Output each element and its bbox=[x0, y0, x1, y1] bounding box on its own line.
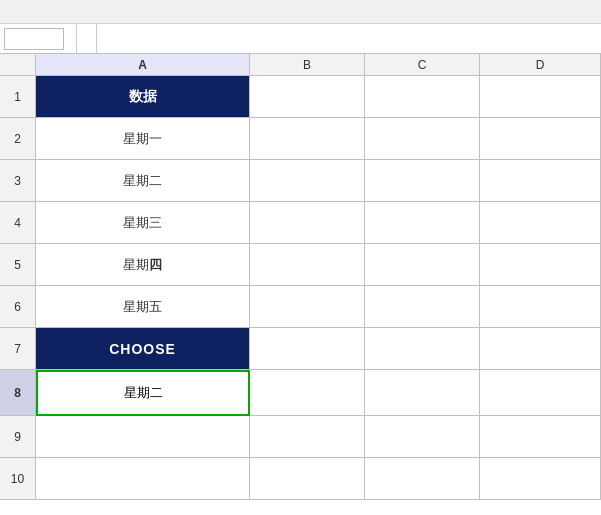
formula-bar-icons bbox=[76, 24, 97, 53]
table-row: 4星期三 bbox=[0, 202, 601, 244]
row-header-7: 7 bbox=[0, 328, 36, 370]
row-header-10: 10 bbox=[0, 458, 36, 500]
cell-r5-c1[interactable]: 星期四 bbox=[36, 244, 250, 286]
cell-r3-c3[interactable] bbox=[365, 160, 480, 202]
cell-r10-c1[interactable] bbox=[36, 458, 250, 500]
cell-r5-c2[interactable] bbox=[250, 244, 365, 286]
cell-r10-c4[interactable] bbox=[480, 458, 601, 500]
cell-r2-c4[interactable] bbox=[480, 118, 601, 160]
cell-r10-c2[interactable] bbox=[250, 458, 365, 500]
cell-r7-c2[interactable] bbox=[250, 328, 365, 370]
cell-r9-c1[interactable] bbox=[36, 416, 250, 458]
cell-r3-c1[interactable]: 星期二 bbox=[36, 160, 250, 202]
cell-r4-c1[interactable]: 星期三 bbox=[36, 202, 250, 244]
cell-r8-c4[interactable] bbox=[480, 370, 601, 416]
cell-r6-c2[interactable] bbox=[250, 286, 365, 328]
cell-r1-c1[interactable]: 数据 bbox=[36, 76, 250, 118]
cell-r1-c3[interactable] bbox=[365, 76, 480, 118]
row-header-6: 6 bbox=[0, 286, 36, 328]
corner-cell bbox=[0, 54, 36, 75]
row-header-5: 5 bbox=[0, 244, 36, 286]
col-header-a: A bbox=[36, 54, 250, 75]
cell-r6-c3[interactable] bbox=[365, 286, 480, 328]
cell-r9-c3[interactable] bbox=[365, 416, 480, 458]
cell-r2-c1[interactable]: 星期一 bbox=[36, 118, 250, 160]
cell-r4-c2[interactable] bbox=[250, 202, 365, 244]
cell-r4-c4[interactable] bbox=[480, 202, 601, 244]
cell-r8-c1[interactable]: 星期二 bbox=[36, 370, 250, 416]
row-header-2: 2 bbox=[0, 118, 36, 160]
cell-reference[interactable] bbox=[4, 28, 64, 50]
formula-bar bbox=[0, 24, 601, 54]
table-row: 8星期二 bbox=[0, 370, 601, 416]
cell-r8-c2[interactable] bbox=[250, 370, 365, 416]
cell-r4-c3[interactable] bbox=[365, 202, 480, 244]
row-header-4: 4 bbox=[0, 202, 36, 244]
table-row: 2星期一 bbox=[0, 118, 601, 160]
cell-r5-c4[interactable] bbox=[480, 244, 601, 286]
row-header-1: 1 bbox=[0, 76, 36, 118]
col-header-b: B bbox=[250, 54, 365, 75]
col-header-c: C bbox=[365, 54, 480, 75]
cell-r9-c2[interactable] bbox=[250, 416, 365, 458]
cell-r10-c3[interactable] bbox=[365, 458, 480, 500]
table-row: 5星期四 bbox=[0, 244, 601, 286]
row-header-9: 9 bbox=[0, 416, 36, 458]
cell-r1-c2[interactable] bbox=[250, 76, 365, 118]
cell-r2-c3[interactable] bbox=[365, 118, 480, 160]
cell-r7-c1[interactable]: CHOOSE bbox=[36, 328, 250, 370]
cell-r9-c4[interactable] bbox=[480, 416, 601, 458]
cell-r6-c4[interactable] bbox=[480, 286, 601, 328]
cell-r3-c4[interactable] bbox=[480, 160, 601, 202]
grid-rows: 1数据2星期一3星期二4星期三5星期四6星期五7CHOOSE8星期二910 bbox=[0, 76, 601, 500]
cell-r2-c2[interactable] bbox=[250, 118, 365, 160]
cell-r8-c3[interactable] bbox=[365, 370, 480, 416]
cell-r7-c3[interactable] bbox=[365, 328, 480, 370]
table-row: 6星期五 bbox=[0, 286, 601, 328]
row-header-3: 3 bbox=[0, 160, 36, 202]
cell-r7-c4[interactable] bbox=[480, 328, 601, 370]
title-bar bbox=[0, 0, 601, 24]
cell-r6-c1[interactable]: 星期五 bbox=[36, 286, 250, 328]
cell-r5-c3[interactable] bbox=[365, 244, 480, 286]
table-row: 7CHOOSE bbox=[0, 328, 601, 370]
spreadsheet: A B C D 1数据2星期一3星期二4星期三5星期四6星期五7CHOOSE8星… bbox=[0, 54, 601, 500]
table-row: 3星期二 bbox=[0, 160, 601, 202]
row-header-8: 8 bbox=[0, 370, 36, 416]
cell-r3-c2[interactable] bbox=[250, 160, 365, 202]
col-header-d: D bbox=[480, 54, 601, 75]
table-row: 9 bbox=[0, 416, 601, 458]
table-row: 1数据 bbox=[0, 76, 601, 118]
table-row: 10 bbox=[0, 458, 601, 500]
cell-r1-c4[interactable] bbox=[480, 76, 601, 118]
col-headers-row: A B C D bbox=[0, 54, 601, 76]
